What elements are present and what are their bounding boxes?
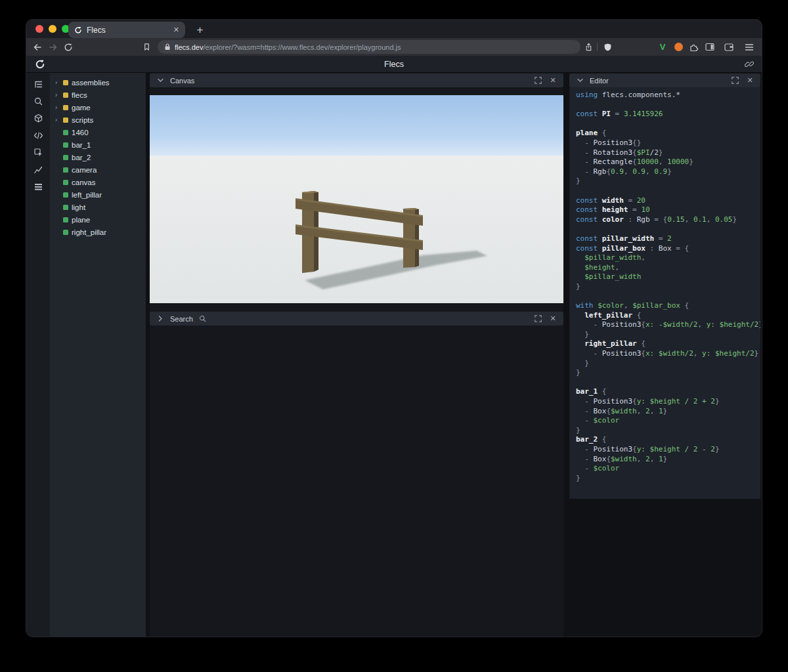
browser-tab[interactable]: Flecs ✕ xyxy=(68,22,185,38)
entity-color-square xyxy=(63,93,68,98)
canvas-panel-header: Canvas ✕ xyxy=(150,74,563,87)
tree-item[interactable]: › camera xyxy=(50,163,146,176)
editor-column: Editor ✕ using flecs.components.* const … xyxy=(569,73,760,637)
rows-icon[interactable] xyxy=(33,182,43,192)
brave-shield-icon[interactable] xyxy=(600,38,615,56)
back-button[interactable] xyxy=(30,38,45,56)
chevron-right-icon[interactable]: › xyxy=(55,117,60,123)
share-link-icon[interactable] xyxy=(745,60,754,69)
entity-color-square xyxy=(63,180,68,185)
fullscreen-icon[interactable] xyxy=(533,314,543,324)
tree-item[interactable]: › bar_2 xyxy=(50,151,146,163)
extension-v-icon[interactable]: V xyxy=(655,38,670,56)
tree-item[interactable]: › light xyxy=(50,201,146,213)
entity-color-square xyxy=(63,80,68,85)
entity-color-square xyxy=(63,192,68,198)
inspect-icon[interactable] xyxy=(33,148,43,158)
tree-item-label: canvas xyxy=(72,178,95,186)
url-text: flecs.dev/explorer/?wasm=https://www.fle… xyxy=(175,43,401,51)
main-column: Canvas ✕ xyxy=(150,73,563,637)
chevron-right-icon[interactable]: › xyxy=(55,92,60,98)
entity-color-square xyxy=(63,167,68,173)
tree-item-label: assemblies xyxy=(72,79,110,87)
minimize-window-button[interactable] xyxy=(49,25,56,33)
editor-panel-header: Editor ✕ xyxy=(569,74,760,87)
entity-color-square xyxy=(63,117,68,123)
content-area: › assemblies › flecs › game › scripts › … xyxy=(26,73,762,637)
tree-item-label: scripts xyxy=(72,116,93,124)
app-header: Flecs xyxy=(26,56,762,73)
url-path: /explorer/?wasm=https://www.flecs.dev/ex… xyxy=(203,43,401,51)
chevron-right-icon[interactable]: › xyxy=(55,104,60,111)
entity-color-square xyxy=(63,105,68,110)
page-title: Flecs xyxy=(26,60,762,69)
cube-icon[interactable] xyxy=(33,114,43,123)
code-icon[interactable] xyxy=(33,131,43,140)
url-domain: flecs.dev xyxy=(175,43,203,51)
icon-rail xyxy=(26,73,50,637)
lock-icon xyxy=(164,43,171,51)
code-editor[interactable]: using flecs.components.* const PI = 3.14… xyxy=(569,87,760,499)
chevron-down-icon[interactable] xyxy=(155,75,165,86)
new-tab-button[interactable]: + xyxy=(192,22,208,38)
close-icon[interactable]: ✕ xyxy=(548,75,558,86)
tab-favicon-flecs-logo-icon xyxy=(74,26,82,34)
tree-item[interactable]: › bar_1 xyxy=(50,138,146,151)
close-window-button[interactable] xyxy=(35,25,43,33)
entity-color-square xyxy=(63,230,68,235)
search-icon[interactable] xyxy=(33,96,43,106)
tree-item-label: 1460 xyxy=(72,129,89,136)
search-panel-header: Search ✕ xyxy=(150,312,563,326)
tree-item-label: camera xyxy=(72,166,97,174)
tree-item-label: light xyxy=(72,203,85,211)
tree-item[interactable]: › canvas xyxy=(50,176,146,188)
browser-window: Flecs ✕ + flecs.dev/explorer/?wasm=https… xyxy=(26,20,762,637)
close-icon[interactable]: ✕ xyxy=(548,314,558,324)
menu-icon[interactable] xyxy=(742,38,756,56)
fullscreen-icon[interactable] xyxy=(730,75,740,86)
reload-button[interactable] xyxy=(61,38,76,56)
tree-item-label: flecs xyxy=(72,91,87,99)
fullscreen-icon[interactable] xyxy=(533,75,543,86)
chart-icon[interactable] xyxy=(33,165,43,175)
entity-color-square xyxy=(63,205,68,210)
search-panel-title: Search xyxy=(170,315,193,323)
tree-item-label: right_pillar xyxy=(72,228,106,236)
tree-item[interactable]: › game xyxy=(50,101,146,114)
sky xyxy=(150,95,563,158)
extensions-puzzle-icon[interactable] xyxy=(687,38,701,56)
bookmark-icon[interactable] xyxy=(139,38,154,56)
editor-panel-title: Editor xyxy=(590,77,725,85)
tree-item[interactable]: › scripts xyxy=(50,114,146,126)
tab-close-icon[interactable]: ✕ xyxy=(173,26,179,34)
url-bar[interactable]: flecs.dev/explorer/?wasm=https://www.fle… xyxy=(158,40,580,54)
tree-item[interactable]: › plane xyxy=(50,213,146,226)
sidebar-panel-icon[interactable] xyxy=(703,38,717,56)
chevron-down-icon[interactable] xyxy=(575,75,585,86)
window-controls[interactable] xyxy=(35,25,70,33)
toolbar-divider xyxy=(597,43,598,51)
tab-title: Flecs xyxy=(87,26,169,35)
3d-canvas-viewport[interactable] xyxy=(150,95,563,303)
chevron-right-icon[interactable]: › xyxy=(55,79,60,86)
tree-item[interactable]: › flecs xyxy=(50,89,146,101)
tree-item-label: game xyxy=(72,104,91,112)
close-icon[interactable]: ✕ xyxy=(745,75,755,86)
tree-item[interactable]: › right_pillar xyxy=(50,226,146,238)
chevron-right-icon[interactable] xyxy=(155,314,165,324)
entity-tree: › assemblies › flecs › game › scripts › … xyxy=(50,73,146,637)
tree-item[interactable]: › assemblies xyxy=(50,76,146,89)
tree-item[interactable]: › left_pillar xyxy=(50,188,146,201)
hierarchy-icon[interactable] xyxy=(33,79,43,89)
share-icon[interactable] xyxy=(581,38,596,56)
wallet-icon[interactable] xyxy=(722,38,736,56)
forward-button[interactable] xyxy=(46,38,60,56)
search-icon xyxy=(198,314,208,324)
browser-toolbar: flecs.dev/explorer/?wasm=https://www.fle… xyxy=(26,38,762,56)
tree-item[interactable]: › 1460 xyxy=(50,126,146,138)
entity-color-square xyxy=(63,130,68,135)
entity-color-square xyxy=(63,142,68,148)
tab-strip: Flecs ✕ + xyxy=(26,20,762,38)
code-area[interactable]: using flecs.components.* const PI = 3.14… xyxy=(576,91,760,483)
extension-orange-icon[interactable] xyxy=(671,38,686,56)
